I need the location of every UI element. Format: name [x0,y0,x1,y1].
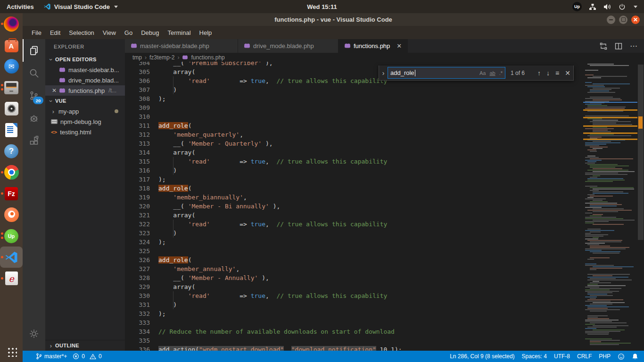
dock-item-chrome[interactable] [0,162,23,183]
dock-item-firefox[interactable] [0,13,23,34]
tree-item-npm-debug-log[interactable]: npm-debug.log [45,116,125,127]
code-line[interactable]: 308); [125,94,644,103]
find-input[interactable]: add_role Aa ab .* [388,67,505,79]
code-line[interactable]: 310 [125,112,644,121]
regex-icon[interactable]: .* [499,70,503,76]
code-area[interactable]: 304 __( 'Premium Subscriber' ),305 array… [125,62,644,351]
code-line[interactable]: 324); [125,238,644,247]
code-line[interactable]: 335 [125,336,644,345]
code-line[interactable]: 312 'member_quarterly', [125,130,644,139]
dock-item-show-applications[interactable] [0,341,23,362]
code-line[interactable]: 317); [125,175,644,184]
close-button[interactable]: ✕ [631,16,640,24]
split-editor-icon[interactable] [615,42,622,50]
breadcrumb-item[interactable]: tmp [132,54,142,61]
dock-item-help[interactable]: ? [0,140,23,162]
code-line[interactable]: 320 __( 'Member - Bi annually' ), [125,202,644,211]
code-line[interactable]: 327 'member_annually', [125,264,644,273]
clock[interactable]: Wed 15:11 [307,3,337,10]
close-icon[interactable]: ✕ [52,87,57,94]
problems-status[interactable]: 0 0 [73,353,101,360]
code-line[interactable]: 323 ) [125,229,644,238]
open-editors-header[interactable]: › OPEN EDITORS [45,54,125,65]
whole-word-icon[interactable]: ab [489,70,495,76]
dock-item-rhythmbox[interactable] [0,98,23,119]
scrollbar-thumb[interactable] [638,65,644,240]
title-bar[interactable]: functions.php - vue - Visual Studio Code… [23,13,644,26]
app-menu-button[interactable]: Visual Studio Code [43,3,118,10]
project-header[interactable]: › VUE [45,96,125,106]
code-line[interactable]: 311add_role( [125,121,644,130]
breadcrumb-item[interactable]: functions.php [191,54,224,61]
volume-icon[interactable] [603,3,611,10]
scrollbar[interactable] [637,62,644,351]
toggle-replace-icon[interactable]: › [379,69,388,77]
dock-item-libreoffice-writer[interactable] [0,119,23,140]
code-line[interactable]: 321 array( [125,211,644,220]
network-icon[interactable] [589,3,596,10]
code-line[interactable]: 333 [125,318,644,327]
dock-item-vscode[interactable] [0,247,23,268]
code-line[interactable]: 330 'read' => true, // true allows this … [125,291,644,300]
code-line[interactable]: 319 'member_biannually', [125,193,644,202]
maximize-button[interactable] [619,16,627,24]
dock-item-upwork[interactable]: Up [0,225,23,247]
code-line[interactable]: 336add_action("wpdm_onstart_download", "… [125,345,644,351]
find-next-icon[interactable]: ↓ [546,69,550,77]
code-line[interactable]: 331 ) [125,300,644,309]
menu-selection[interactable]: Selection [65,26,98,39]
activities-button[interactable]: Activities [7,3,34,10]
find-in-selection-icon[interactable]: ≡ [555,69,559,77]
code-line[interactable]: 332); [125,309,644,318]
notifications-bell-icon[interactable] [632,353,638,360]
menu-view[interactable]: View [99,26,120,39]
dock-item-thunderbird[interactable]: ✉ [0,56,23,77]
language-mode[interactable]: PHP [599,353,611,360]
compare-changes-icon[interactable] [600,42,607,50]
tree-item-my-app[interactable]: › my-app [45,106,125,116]
activity-debug[interactable] [23,107,45,130]
find-close-icon[interactable]: ✕ [565,69,570,77]
dock-item-file-manager[interactable] [0,77,23,98]
activity-search[interactable] [23,62,45,84]
outline-header[interactable]: › OUTLINE [45,340,125,351]
feedback-smiley-icon[interactable] [618,353,625,360]
eol-sequence[interactable]: CRLF [577,353,592,360]
tab-functions[interactable]: functions.php ✕ [339,39,408,53]
dock-item-document-viewer[interactable]: e [0,268,23,289]
settings-gear[interactable] [23,322,45,345]
upwork-tray-icon[interactable]: Up [572,2,582,11]
minimize-button[interactable] [607,16,615,24]
dock-item-postman[interactable] [0,204,23,225]
menu-edit[interactable]: Edit [46,26,65,39]
code-line[interactable]: 316 ) [125,166,644,175]
activity-extensions[interactable] [23,130,45,152]
activity-explorer[interactable] [23,39,45,62]
code-line[interactable]: 322 'read' => true, // true allows this … [125,220,644,229]
open-editor-functions[interactable]: ✕ functions.php /t... [45,85,125,96]
tree-item-testing-html[interactable]: <> testing.html [45,127,125,137]
code-line[interactable]: 307 ) [125,85,644,94]
tab-drive-mode[interactable]: drive_mode.blade.php [238,39,339,53]
code-line[interactable]: 326add_role( [125,255,644,264]
activity-source-control[interactable]: 20 [23,84,45,107]
system-menu-chevron-icon[interactable] [634,6,637,8]
code-line[interactable]: 314 array( [125,148,644,157]
code-line[interactable]: 315 'read' => true, // true allows this … [125,157,644,166]
more-actions-icon[interactable]: ⋯ [630,41,637,50]
minimap[interactable] [583,62,637,351]
cursor-position[interactable]: Ln 286, Col 9 (8 selected) [450,353,514,360]
code-line[interactable]: 334// Reduce the number of available dow… [125,327,644,336]
tab-close-icon[interactable]: ✕ [396,42,402,49]
open-editor-master-sidebar[interactable]: master-sidebar.b... [45,65,125,75]
dock-item-filezilla[interactable]: Fz [0,183,23,204]
breadcrumb-item[interactable]: fz3temp-2 [149,54,174,61]
match-case-icon[interactable]: Aa [479,70,486,76]
dock-item-ubuntu-software[interactable]: A [0,34,23,56]
code-line[interactable]: 318add_role( [125,184,644,193]
code-line[interactable]: 329 array( [125,282,644,291]
indentation[interactable]: Spaces: 4 [522,353,547,360]
git-branch-status[interactable]: master*+ [36,353,67,360]
find-previous-icon[interactable]: ↑ [537,69,541,77]
menu-debug[interactable]: Debug [137,26,163,39]
